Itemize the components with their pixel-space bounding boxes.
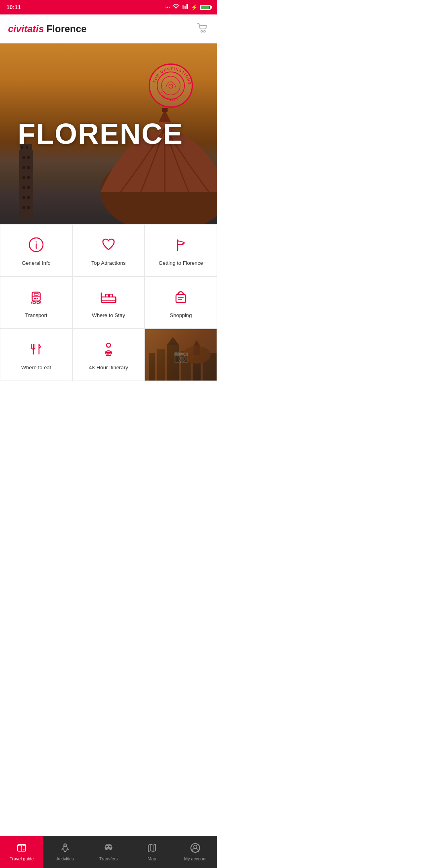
svg-rect-61 <box>149 353 155 381</box>
grid-label-where-to-stay: Where to Stay <box>92 312 125 318</box>
cart-icon <box>196 22 209 35</box>
svg-point-32 <box>36 241 37 242</box>
svg-rect-17 <box>27 166 30 169</box>
svg-rect-3 <box>186 4 188 9</box>
svg-rect-13 <box>19 150 33 220</box>
svg-rect-20 <box>23 186 25 189</box>
bolt-icon: ⚡ <box>191 4 198 10</box>
svg-rect-1 <box>182 5 184 9</box>
logo-civitatis: civitatis <box>8 23 44 35</box>
top-destinations-stamp: · TOP DESTINATIONS · CIVITATIS <box>149 63 193 108</box>
header: civitatis Florence <box>0 14 217 43</box>
svg-rect-57 <box>106 352 111 356</box>
sim-icon <box>182 4 188 11</box>
logo-city: Florence <box>46 23 86 35</box>
fork-knife-icon <box>28 341 44 360</box>
grid-label-shopping: Shopping <box>170 312 192 318</box>
grid-item-getting-to-florence[interactable]: Getting to Florence <box>145 224 217 276</box>
time: 10:11 <box>6 4 21 10</box>
svg-point-37 <box>37 301 39 304</box>
svg-rect-22 <box>23 196 25 199</box>
svg-point-36 <box>33 301 35 304</box>
grid-item-where-to-eat[interactable]: Where to eat <box>0 329 72 381</box>
svg-line-39 <box>40 301 41 303</box>
menu-grid-row1: General Info Top Attractions Getting to … <box>0 224 217 276</box>
wifi-icon <box>172 4 180 11</box>
grid-item-shopping[interactable]: Shopping <box>145 276 217 329</box>
grid-item-itinerary[interactable]: 48-Hour Itinerary <box>72 329 145 381</box>
photo-spot-icon: 📷 <box>174 349 188 363</box>
hero-title: FLORENCE <box>18 117 183 150</box>
status-bar: 10:11 ··· ⚡ <box>0 0 217 14</box>
grid-label-getting-to-florence: Getting to Florence <box>159 260 203 266</box>
svg-rect-23 <box>27 196 30 199</box>
svg-rect-41 <box>37 298 38 299</box>
battery-icon <box>200 5 211 10</box>
cart-button[interactable] <box>196 22 209 36</box>
signal-dots-icon: ··· <box>165 4 170 10</box>
grid-item-photo[interactable]: 📷 <box>145 329 217 381</box>
grid-item-top-attractions[interactable]: Top Attractions <box>72 224 145 276</box>
bed-icon <box>100 289 117 307</box>
grid-item-transport[interactable]: Transport <box>0 276 72 329</box>
svg-text:CIVITATIS: CIVITATIS <box>159 92 179 102</box>
svg-rect-16 <box>23 166 25 169</box>
grid-label-transport: Transport <box>25 312 47 318</box>
hero-section: FLORENCE · TOP DESTINATIONS · CIVITATIS <box>0 43 217 224</box>
grid-item-where-to-stay[interactable]: Where to Stay <box>72 276 145 329</box>
grid-label-where-to-eat: Where to eat <box>21 364 51 371</box>
svg-rect-40 <box>34 298 36 299</box>
svg-point-5 <box>204 31 205 32</box>
svg-rect-69 <box>194 346 200 355</box>
grid-label-general-info: General Info <box>22 260 51 266</box>
grid-label-top-attractions: Top Attractions <box>91 260 125 266</box>
svg-rect-18 <box>23 176 25 179</box>
svg-rect-49 <box>176 295 186 303</box>
svg-rect-25 <box>27 206 30 209</box>
grid-item-general-info[interactable]: General Info <box>0 224 72 276</box>
svg-rect-14 <box>23 156 25 159</box>
svg-rect-15 <box>27 156 30 159</box>
svg-rect-2 <box>184 6 186 9</box>
svg-rect-21 <box>27 186 30 189</box>
menu-grid-row2: Transport Where to Stay <box>0 276 217 329</box>
svg-point-4 <box>201 31 203 32</box>
info-circle-icon <box>28 237 44 255</box>
svg-rect-19 <box>27 176 30 179</box>
svg-rect-42 <box>34 293 38 295</box>
svg-rect-62 <box>157 349 165 381</box>
heart-icon <box>100 237 117 255</box>
svg-line-38 <box>31 301 32 303</box>
status-icons: ··· ⚡ <box>165 4 211 11</box>
svg-rect-24 <box>23 206 25 209</box>
app-logo: civitatis Florence <box>8 23 86 35</box>
person-map-icon <box>100 341 117 360</box>
tower-silhouette <box>12 144 40 224</box>
svg-text:· TOP DESTINATIONS ·: · TOP DESTINATIONS · <box>150 65 192 87</box>
shopping-bag-icon <box>173 289 189 307</box>
svg-point-56 <box>106 343 111 347</box>
svg-point-0 <box>176 8 176 9</box>
train-icon <box>28 289 44 307</box>
flag-icon <box>173 237 189 255</box>
grid-label-itinerary: 48-Hour Itinerary <box>89 364 128 371</box>
menu-grid-row3: Where to eat 48-Hour Itinerary <box>0 329 217 381</box>
